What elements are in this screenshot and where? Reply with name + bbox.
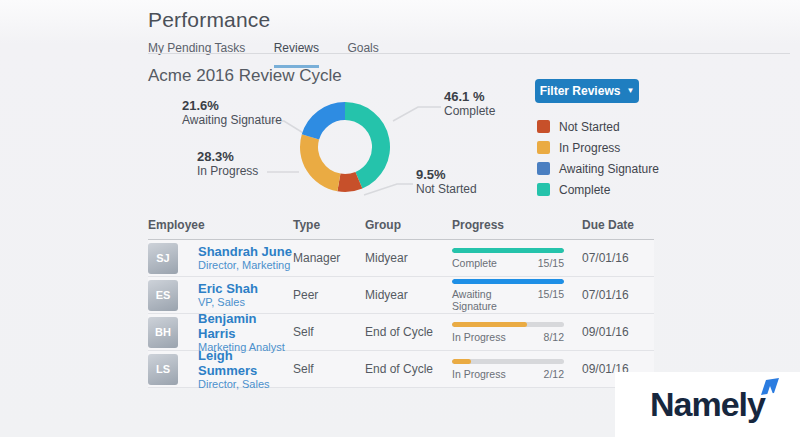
- progress-bar: [452, 279, 564, 284]
- table-header-row: Employee Type Group Progress Due Date: [148, 218, 654, 238]
- column-header-type[interactable]: Type: [293, 218, 365, 238]
- progress-count: 15/15: [538, 288, 564, 312]
- progress-bar: [452, 322, 564, 327]
- callout-not-started-label: Not Started: [416, 182, 477, 197]
- tab-reviews[interactable]: Reviews: [274, 41, 319, 68]
- table-row[interactable]: BH Benjamin Harris Marketing Analyst Sel…: [148, 314, 654, 351]
- donut-slice-awaiting-signature[interactable]: [302, 102, 345, 139]
- employee-job-title: VP, Sales: [198, 296, 258, 309]
- column-header-group[interactable]: Group: [365, 218, 452, 238]
- callout-not-started: 9.5% Not Started: [416, 167, 477, 197]
- legend-swatch-awaiting-signature: [537, 162, 550, 175]
- callout-not-started-pct: 9.5%: [416, 167, 477, 182]
- avatar: ES: [148, 280, 178, 311]
- progress-status: Awaiting Signature: [452, 288, 538, 312]
- employee-name-link[interactable]: Leigh Summers: [198, 348, 293, 378]
- legend-item-not-started: Not Started: [537, 116, 659, 137]
- review-group: Midyear: [365, 251, 452, 265]
- legend-item-awaiting-signature: Awaiting Signature: [537, 158, 659, 179]
- filter-reviews-button[interactable]: Filter Reviews ▼: [535, 79, 639, 103]
- callout-in-progress-pct: 28.3%: [197, 149, 258, 164]
- table-row[interactable]: ES Eric Shah VP, Sales Peer Midyear Awai…: [148, 277, 654, 314]
- callout-complete-pct: 46.1 %: [444, 89, 495, 104]
- avatar: SJ: [148, 243, 178, 274]
- namely-logo-box: Namely: [615, 372, 800, 437]
- callout-awaiting-signature: 21.6% Awaiting Signature: [182, 98, 282, 128]
- progress-status: In Progress: [452, 368, 506, 380]
- chart-legend: Not Started In Progress Awaiting Signatu…: [537, 116, 659, 200]
- table-row[interactable]: SJ Shandrah June Director, Marketing Man…: [148, 240, 654, 277]
- table-row[interactable]: LS Leigh Summers Director, Sales Self En…: [148, 351, 654, 388]
- due-date: 07/01/16: [582, 251, 654, 265]
- performance-page: Performance My Pending Tasks Reviews Goa…: [0, 0, 800, 437]
- employee-name-link[interactable]: Shandrah June: [198, 244, 292, 259]
- callout-in-progress: 28.3% In Progress: [197, 149, 258, 179]
- column-header-due-date[interactable]: Due Date: [582, 218, 654, 238]
- filter-reviews-label: Filter Reviews: [540, 84, 621, 98]
- callout-awaiting-pct: 21.6%: [182, 98, 282, 113]
- callout-in-progress-label: In Progress: [197, 164, 258, 179]
- donut-slice-in-progress[interactable]: [300, 134, 340, 191]
- employee-job-title: Director, Marketing: [198, 259, 292, 272]
- progress-bar: [452, 359, 564, 364]
- legend-swatch-not-started: [537, 120, 550, 133]
- avatar: LS: [148, 354, 178, 385]
- legend-swatch-complete: [537, 183, 550, 196]
- legend-item-in-progress: In Progress: [537, 137, 659, 158]
- progress-bar: [452, 248, 564, 253]
- legend-label-awaiting-signature: Awaiting Signature: [559, 162, 659, 176]
- callout-complete-label: Complete: [444, 104, 495, 119]
- reviews-table: Employee Type Group Progress Due Date SJ…: [148, 218, 654, 388]
- employee-job-title: Director, Sales: [198, 378, 293, 391]
- legend-label-not-started: Not Started: [559, 120, 620, 134]
- due-date: 07/01/16: [582, 288, 654, 302]
- review-group: End of Cycle: [365, 362, 452, 376]
- review-type: Self: [293, 325, 365, 339]
- tab-bar: My Pending Tasks Reviews Goals: [148, 38, 790, 54]
- namely-flag-icon: [759, 377, 781, 397]
- page-title: Performance: [148, 8, 270, 32]
- due-date: 09/01/16: [582, 325, 654, 339]
- review-group: Midyear: [365, 288, 452, 302]
- namely-logo-text: Namely: [650, 385, 765, 423]
- progress-bar-fill: [452, 322, 527, 327]
- employee-name-link[interactable]: Eric Shah: [198, 281, 258, 296]
- review-type: Self: [293, 362, 365, 376]
- callout-complete: 46.1 % Complete: [444, 89, 495, 119]
- chevron-down-icon: ▼: [626, 87, 634, 95]
- employee-name-link[interactable]: Benjamin Harris: [198, 311, 293, 341]
- review-group: End of Cycle: [365, 325, 452, 339]
- review-type: Manager: [293, 251, 365, 265]
- progress-bar-fill: [452, 248, 564, 253]
- progress-status: Complete: [452, 257, 497, 269]
- progress-count: 15/15: [538, 257, 564, 269]
- legend-swatch-in-progress: [537, 141, 550, 154]
- progress-bar-fill: [452, 279, 564, 284]
- callout-awaiting-label: Awaiting Signature: [182, 113, 282, 128]
- donut-chart[interactable]: [297, 99, 393, 195]
- progress-count: 2/12: [544, 368, 564, 380]
- column-header-employee[interactable]: Employee: [148, 218, 293, 238]
- avatar: BH: [148, 317, 178, 348]
- tab-divider: [148, 53, 790, 54]
- progress-status: In Progress: [452, 331, 506, 343]
- progress-bar-fill: [452, 359, 471, 364]
- legend-label-complete: Complete: [559, 183, 610, 197]
- legend-label-in-progress: In Progress: [559, 141, 620, 155]
- review-type: Peer: [293, 288, 365, 302]
- review-cycle-title: Acme 2016 Review Cycle: [148, 66, 342, 86]
- legend-item-complete: Complete: [537, 179, 659, 200]
- progress-count: 8/12: [544, 331, 564, 343]
- column-header-progress[interactable]: Progress: [452, 218, 582, 238]
